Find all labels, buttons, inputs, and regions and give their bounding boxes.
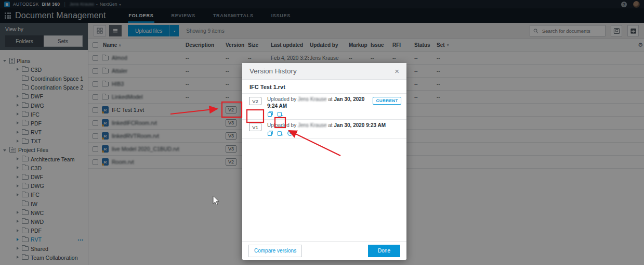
version-history-modal: Version History × IFC Test 1.rvt V2Uploa…: [242, 63, 406, 260]
version-row-v1: V1Uploaded by Jens Krause at Jan 30, 202…: [242, 120, 406, 139]
version-badge-cell: V1: [247, 122, 263, 136]
version-row-v2: V2Uploaded by Jens Krause at Jan 30, 202…: [242, 94, 406, 120]
version-details: Uploaded by Jens Krause at Jan 30, 2020 …: [267, 96, 369, 117]
at-word: at: [327, 96, 334, 102]
version-history-file-name: IFC Test 1.rvt: [242, 84, 406, 90]
version-details: Uploaded by Jens Krause at Jan 30, 2020 …: [267, 122, 401, 136]
modal-body: IFC Test 1.rvt V2Uploaded by Jens Krause…: [242, 80, 406, 139]
promote-icon[interactable]: [277, 111, 283, 117]
version-badge: V2: [249, 97, 261, 105]
modal-title: Version History: [249, 67, 395, 75]
compare-versions-button[interactable]: Compare versions: [248, 245, 302, 257]
close-icon[interactable]: ×: [395, 67, 399, 75]
version-actions: [267, 111, 369, 117]
version-badge: V1: [249, 123, 261, 131]
version-badge-cell: V2: [247, 96, 263, 117]
bim360-document-management-page: B AUTODESK BIM 360 | Jens Krause - NextG…: [0, 0, 644, 265]
done-button[interactable]: Done: [368, 245, 400, 257]
version-list: V2Uploaded by Jens Krause at Jan 30, 202…: [242, 93, 406, 139]
uploaded-by-prefix: Uploaded by: [267, 122, 298, 128]
modal-header: Version History ×: [242, 63, 406, 80]
at-word: at: [327, 122, 334, 128]
copy-icon[interactable]: [267, 130, 273, 136]
uploader-name: Jens Krause: [298, 96, 327, 102]
upload-datetime: Jan 30, 2020 9:23 AM: [334, 122, 386, 128]
promote-icon[interactable]: [277, 130, 283, 136]
uploaded-line: Uploaded by Jens Krause at Jan 30, 2020 …: [267, 96, 369, 109]
uploader-name: Jens Krause: [298, 122, 327, 128]
uploaded-by-prefix: Uploaded by: [267, 96, 298, 102]
copy-icon[interactable]: [267, 111, 273, 117]
current-badge: CURRENT: [373, 97, 401, 105]
modal-footer: Compare versions Done: [242, 241, 406, 260]
restore-icon[interactable]: [287, 130, 293, 136]
version-actions: [267, 130, 401, 136]
uploaded-line: Uploaded by Jens Krause at Jan 30, 2020 …: [267, 122, 401, 129]
